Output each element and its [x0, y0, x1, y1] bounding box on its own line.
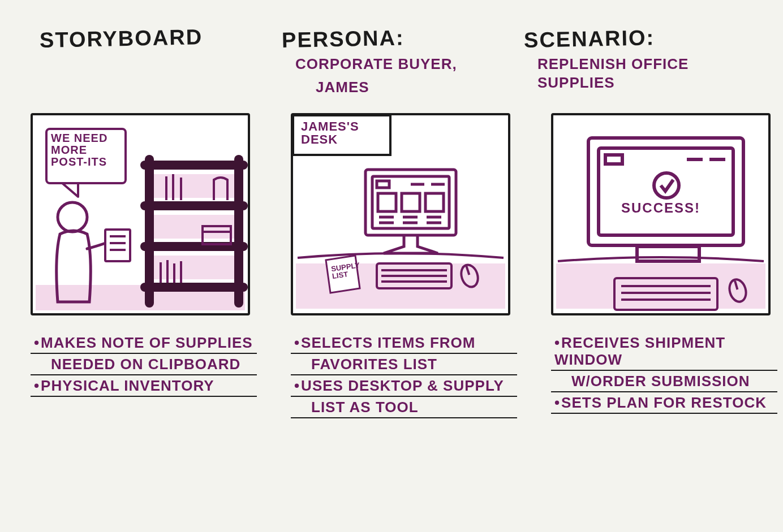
svg-rect-31	[378, 193, 396, 211]
persona-sub-line1: CORPORATE BUYER,	[282, 55, 501, 73]
monitor-icon	[365, 170, 456, 253]
persona-title: PERSONA:	[282, 24, 502, 53]
caption-line: FAVORITES LIST	[291, 354, 517, 375]
clipboard-icon	[105, 230, 130, 261]
caption-line: PHYSICAL INVENTORY	[31, 375, 257, 397]
panel-3-caption: RECEIVES SHIPMENT WINDOW W/ORDER SUBMISS…	[551, 332, 777, 414]
success-text: SUCCESS!	[553, 200, 768, 216]
panel-1: WE NEED MORE POST-ITS	[31, 113, 250, 315]
svg-rect-53	[637, 246, 699, 261]
panel-3: SUCCESS!	[551, 113, 771, 315]
svg-point-2	[58, 202, 87, 232]
caption-line: SELECTS ITEMS FROM	[291, 332, 517, 354]
caption-line: USES DESKTOP & SUPPLY	[291, 375, 517, 397]
desk-label-text: JAMES'S DESK	[301, 120, 386, 146]
svg-rect-28	[377, 181, 389, 188]
panel-2-wrap: JAMES'S DESK SUPPLY LIST SELECTS ITEMS F…	[291, 113, 517, 418]
caption-line: RECEIVES SHIPMENT WINDOW	[551, 332, 777, 371]
scenario-title: SCENARIO:	[524, 24, 744, 53]
panels-row: WE NEED MORE POST-ITS MAKES NOTE OF SUPP…	[0, 96, 783, 418]
header-col-storyboard: STORYBOARD	[40, 26, 259, 96]
storyboard-title: STORYBOARD	[40, 24, 260, 53]
scenario-sub: REPLENISH OFFICE SUPPLIES	[524, 55, 743, 92]
caption-line: W/ORDER SUBMISSION	[551, 371, 777, 392]
caption-line: LIST AS TOOL	[291, 397, 517, 418]
svg-rect-33	[425, 193, 444, 211]
svg-rect-3	[105, 230, 130, 261]
panel-1-wrap: WE NEED MORE POST-ITS MAKES NOTE OF SUPP…	[31, 113, 257, 418]
storyboard-diagram: STORYBOARD PERSONA: CORPORATE BUYER, JAM…	[0, 0, 783, 532]
shelf-icon	[145, 159, 243, 303]
header-col-scenario: SCENARIO: REPLENISH OFFICE SUPPLIES	[524, 26, 743, 96]
panel-1-caption: MAKES NOTE OF SUPPLIES NEEDED ON CLIPBOA…	[31, 332, 257, 397]
panel-2: JAMES'S DESK SUPPLY LIST	[291, 113, 510, 315]
svg-rect-32	[402, 193, 420, 211]
svg-rect-9	[149, 256, 239, 279]
caption-line: MAKES NOTE OF SUPPLIES	[31, 332, 257, 354]
caption-line: SETS PLAN FOR RESTOCK	[551, 392, 777, 414]
svg-point-52	[654, 173, 679, 198]
persona-sub-line2: JAMES	[282, 78, 501, 97]
monitor-icon	[588, 138, 743, 261]
header-row: STORYBOARD PERSONA: CORPORATE BUYER, JAM…	[0, 0, 783, 96]
svg-rect-49	[605, 155, 622, 164]
panel-2-caption: SELECTS ITEMS FROM FAVORITES LIST USES D…	[291, 332, 517, 418]
panel-3-wrap: SUCCESS! RECEIVES SHIPMENT WINDOW W/ORDE…	[551, 113, 777, 418]
caption-line: NEEDED ON CLIPBOARD	[31, 354, 257, 375]
speech-bubble-text: WE NEED MORE POST-ITS	[51, 132, 121, 168]
header-col-persona: PERSONA: CORPORATE BUYER, JAMES	[282, 26, 501, 96]
